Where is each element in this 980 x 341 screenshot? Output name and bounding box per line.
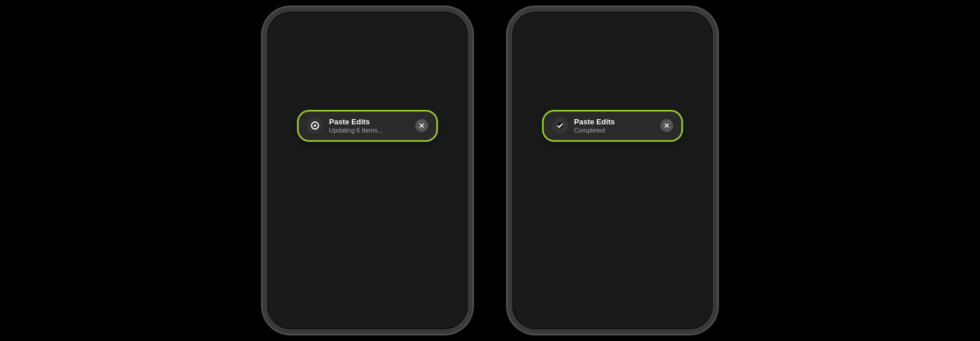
svg-rect-45 — [632, 291, 641, 300]
tab-months-right[interactable]: Months — [566, 150, 612, 167]
svg-rect-47 — [635, 289, 638, 290]
tab-days-left[interactable]: Days — [368, 150, 414, 167]
svg-point-33 — [666, 92, 676, 107]
tab-bar-left: Years Months Days All Photos — [273, 148, 462, 169]
nav-label-search-left: Search — [429, 305, 448, 312]
svg-rect-22 — [390, 289, 393, 290]
nav-label-albums-right: Albums — [626, 305, 646, 312]
nav-albums-left[interactable]: Albums — [382, 287, 401, 312]
svg-point-34 — [667, 88, 675, 96]
phone-left: Paste Edits Updating 6 Items... Years Mo… — [262, 7, 473, 334]
svg-rect-20 — [387, 291, 396, 300]
svg-point-3 — [296, 92, 303, 99]
nav-search-left[interactable]: Search — [429, 287, 448, 312]
svg-rect-17 — [298, 292, 300, 295]
svg-point-37 — [556, 121, 564, 130]
bottom-ui-right: Paste Edits Completed Years Months Days … — [512, 131, 713, 329]
bottom-ui-left: Paste Edits Updating 6 Items... Years Mo… — [267, 131, 468, 329]
home-indicator-right — [583, 322, 642, 325]
svg-line-50 — [685, 297, 688, 300]
albums-icon-right — [628, 287, 645, 303]
phone-right: Paste Edits Completed Years Months Days … — [508, 7, 718, 334]
svg-point-28 — [540, 95, 549, 109]
library-icon-left — [288, 287, 304, 303]
banner-close-left[interactable] — [415, 119, 428, 132]
paste-banner-left: Paste Edits Updating 6 Items... — [298, 110, 438, 141]
home-indicator-left — [338, 322, 397, 325]
nav-label-library-right: Library — [532, 305, 550, 312]
svg-point-29 — [541, 92, 548, 99]
nav-albums-right[interactable]: Albums — [626, 287, 646, 312]
foryou-icon-right — [580, 287, 597, 303]
nav-foryou-left[interactable]: For You — [333, 287, 353, 312]
svg-point-18 — [293, 292, 295, 294]
banner-subtitle-left: Updating 6 Items... — [329, 127, 410, 134]
paste-icon-left — [307, 117, 323, 134]
albums-icon-left — [383, 287, 400, 303]
svg-rect-42 — [542, 292, 545, 295]
svg-line-30 — [530, 105, 538, 114]
banner-close-right[interactable] — [660, 119, 673, 132]
nav-label-search-right: Search — [674, 305, 693, 312]
svg-line-35 — [656, 103, 665, 111]
tab-allphotos-left[interactable]: All Photos — [415, 150, 460, 167]
tab-years-right[interactable]: Years — [520, 150, 565, 167]
svg-point-8 — [422, 88, 430, 96]
banner-title-right: Paste Edits — [574, 117, 654, 127]
svg-point-43 — [538, 292, 540, 294]
nav-foryou-right[interactable]: For You — [578, 287, 598, 312]
tab-days-right[interactable]: Days — [613, 150, 659, 167]
svg-point-2 — [295, 95, 304, 109]
paste-icon-right — [552, 117, 568, 134]
svg-point-23 — [388, 293, 391, 295]
nav-search-right[interactable]: Search — [674, 287, 693, 312]
svg-line-4 — [285, 105, 293, 114]
svg-line-10 — [432, 103, 441, 111]
tab-months-left[interactable]: Months — [321, 150, 367, 167]
nav-label-foryou-right: For You — [578, 305, 598, 312]
svg-point-7 — [421, 92, 431, 107]
nav-label-library-left: Library — [287, 305, 305, 312]
paste-banner-right: Paste Edits Completed — [542, 110, 682, 141]
svg-point-48 — [634, 293, 636, 295]
tab-allphotos-right[interactable]: All Photos — [660, 150, 705, 167]
banner-text-right: Paste Edits Completed — [574, 117, 654, 134]
phone-right-screen: Paste Edits Completed Years Months Days … — [512, 12, 713, 329]
svg-point-12 — [314, 124, 316, 127]
search-icon-left — [430, 287, 447, 303]
tab-years-left[interactable]: Years — [275, 150, 320, 167]
bottom-nav-left: Library For You — [267, 287, 468, 312]
banner-subtitle-right: Completed — [574, 127, 654, 134]
nav-label-albums-left: Albums — [382, 305, 401, 312]
library-icon-right — [533, 287, 550, 303]
nav-label-foryou-left: For You — [333, 305, 353, 312]
nav-library-right[interactable]: Library — [532, 287, 550, 312]
foryou-icon-left — [335, 287, 352, 303]
search-icon-right — [676, 287, 692, 303]
banner-title-left: Paste Edits — [329, 117, 410, 127]
nav-library-left[interactable]: Library — [287, 287, 305, 312]
tab-bar-right: Years Months Days All Photos — [518, 148, 707, 169]
svg-line-36 — [677, 103, 686, 111]
svg-line-9 — [411, 103, 420, 111]
svg-line-25 — [440, 297, 443, 300]
bottom-nav-right: Library For You — [512, 287, 713, 312]
banner-text-left: Paste Edits Updating 6 Items... — [329, 117, 410, 134]
phone-left-screen: Paste Edits Updating 6 Items... Years Mo… — [267, 12, 468, 329]
